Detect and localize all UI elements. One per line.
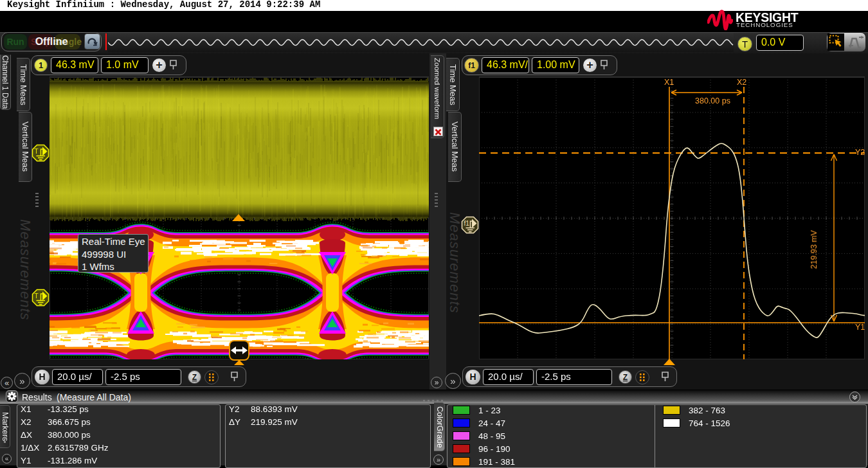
svg-text:T: T <box>35 292 39 300</box>
svg-text:f1: f1 <box>464 220 470 227</box>
svg-text:Z: Z <box>192 373 197 382</box>
svg-text:Z: Z <box>623 373 628 382</box>
svg-text:T: T <box>35 148 39 155</box>
